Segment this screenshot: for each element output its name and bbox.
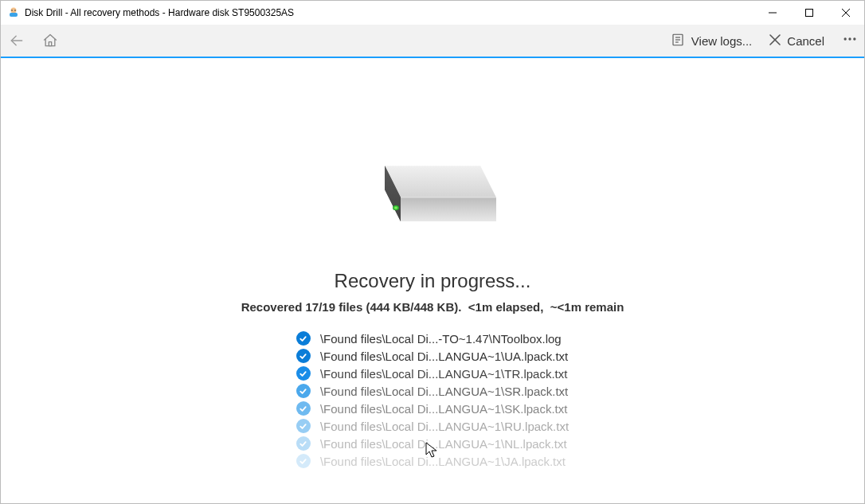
check-icon xyxy=(296,419,311,433)
svg-rect-5 xyxy=(806,10,813,17)
svg-point-16 xyxy=(844,37,847,40)
file-row: \Found files\Local Di...LANGUA~1\JA.lpac… xyxy=(296,454,569,468)
file-list: \Found files\Local Di...-TO~1.47\NToolbo… xyxy=(296,331,569,468)
status-recovered: Recovered 17/19 files (444 KB/448 KB). xyxy=(241,300,462,314)
check-icon xyxy=(296,366,311,381)
window-controls xyxy=(754,1,864,25)
cancel-label: Cancel xyxy=(787,34,824,48)
back-button[interactable] xyxy=(9,33,25,49)
close-button[interactable] xyxy=(828,1,864,25)
svg-point-3 xyxy=(14,10,16,11)
file-path: \Found files\Local Di...LANGUA~1\JA.lpac… xyxy=(320,455,566,468)
logs-icon xyxy=(671,33,685,49)
window-title: Disk Drill - All recovery methods - Hard… xyxy=(25,7,294,18)
file-path: \Found files\Local Di...LANGUA~1\TR.lpac… xyxy=(320,367,568,381)
cancel-button[interactable]: Cancel xyxy=(769,34,824,48)
status-elapsed: <1m elapsed, xyxy=(468,300,544,314)
svg-point-17 xyxy=(848,37,851,40)
file-path: \Found files\Local Di...LANGUA~1\NL.lpac… xyxy=(320,437,567,451)
toolbar: View logs... Cancel xyxy=(1,25,864,58)
titlebar: Disk Drill - All recovery methods - Hard… xyxy=(1,1,864,25)
file-row: \Found files\Local Di...LANGUA~1\NL.lpac… xyxy=(296,436,569,451)
file-path: \Found files\Local Di...LANGUA~1\RU.lpac… xyxy=(320,420,569,433)
more-button[interactable] xyxy=(842,31,858,50)
check-icon xyxy=(296,384,311,398)
app-icon xyxy=(7,6,20,19)
file-path: \Found files\Local Di...LANGUA~1\UA.lpac… xyxy=(320,350,568,363)
view-logs-button[interactable]: View logs... xyxy=(671,33,752,49)
check-icon xyxy=(296,436,311,451)
disk-icon xyxy=(361,138,504,252)
file-row: \Found files\Local Di...-TO~1.47\NToolbo… xyxy=(296,331,569,346)
view-logs-label: View logs... xyxy=(691,34,752,48)
home-button[interactable] xyxy=(42,33,58,49)
svg-rect-9 xyxy=(49,42,51,46)
file-row: \Found files\Local Di...LANGUA~1\TR.lpac… xyxy=(296,366,569,381)
file-row: \Found files\Local Di...LANGUA~1\UA.lpac… xyxy=(296,349,569,363)
svg-point-18 xyxy=(853,37,855,40)
file-row: \Found files\Local Di...LANGUA~1\SK.lpac… xyxy=(296,401,569,416)
svg-rect-1 xyxy=(10,13,18,17)
recovery-headline: Recovery in progress... xyxy=(335,270,531,292)
svg-point-2 xyxy=(11,10,13,11)
file-path: \Found files\Local Di...LANGUA~1\SR.lpac… xyxy=(320,385,568,398)
file-row: \Found files\Local Di...LANGUA~1\RU.lpac… xyxy=(296,419,569,433)
svg-marker-19 xyxy=(385,166,496,197)
check-icon xyxy=(296,331,311,346)
check-icon xyxy=(296,454,311,468)
minimize-button[interactable] xyxy=(754,1,791,25)
recovery-status: Recovered 17/19 files (444 KB/448 KB). <… xyxy=(241,300,624,314)
maximize-button[interactable] xyxy=(791,1,828,25)
check-icon xyxy=(296,401,311,416)
close-icon xyxy=(769,34,781,48)
file-row: \Found files\Local Di...LANGUA~1\SR.lpac… xyxy=(296,384,569,398)
file-path: \Found files\Local Di...-TO~1.47\NToolbo… xyxy=(320,332,562,346)
status-remain: ~<1m remain xyxy=(550,300,624,314)
svg-point-26 xyxy=(393,205,399,210)
main-content: Recovery in progress... Recovered 17/19 … xyxy=(1,58,864,503)
check-icon xyxy=(296,349,311,363)
file-path: \Found files\Local Di...LANGUA~1\SK.lpac… xyxy=(320,402,568,416)
svg-marker-22 xyxy=(401,197,496,221)
